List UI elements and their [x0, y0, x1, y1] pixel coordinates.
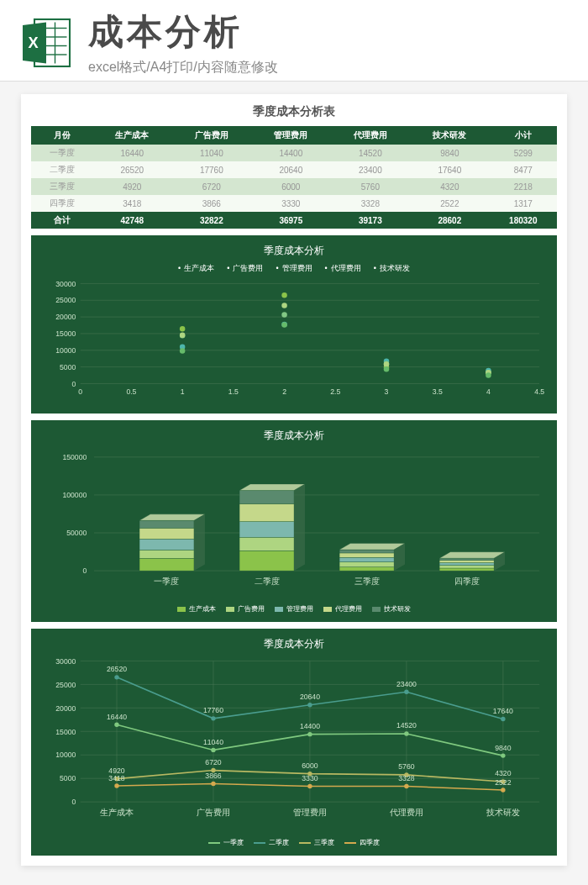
svg-text:25000: 25000	[55, 681, 76, 689]
svg-text:1.5: 1.5	[228, 387, 239, 396]
chart-title: 季度成本分析	[39, 244, 549, 258]
svg-text:17760: 17760	[203, 706, 223, 714]
total-cell: 39173	[331, 212, 411, 229]
svg-marker-66	[194, 514, 205, 571]
svg-text:26520: 26520	[107, 665, 127, 673]
svg-point-50	[384, 366, 389, 371]
svg-text:代理费用: 代理费用	[389, 808, 423, 817]
svg-text:3328: 3328	[398, 774, 414, 782]
svg-text:2: 2	[282, 387, 286, 396]
cell: 5299	[490, 145, 557, 161]
total-cell: 36975	[251, 212, 331, 229]
total-cell: 32822	[172, 212, 252, 229]
svg-text:一季度: 一季度	[155, 577, 180, 586]
col-header: 生产成本	[92, 126, 172, 145]
bar3d-plot: 050000100000150000一季度二季度三季度四季度	[39, 448, 549, 593]
svg-text:5000: 5000	[60, 774, 76, 782]
svg-rect-79	[339, 553, 394, 557]
banner-subtitle: excel格式/A4打印/内容随意修改	[88, 59, 571, 76]
svg-text:50000: 50000	[66, 529, 87, 537]
svg-point-32	[180, 326, 185, 331]
cell: 4320	[410, 178, 490, 195]
svg-rect-72	[239, 491, 294, 504]
svg-rect-77	[339, 562, 394, 567]
svg-rect-63	[139, 528, 194, 539]
sheet-title: 季度成本分析表	[31, 104, 557, 119]
cost-table: 月份生产成本广告费用管理费用代理费用技术研发小计 一季度164401104014…	[31, 126, 557, 229]
svg-point-150	[307, 784, 312, 788]
svg-marker-74	[294, 484, 305, 571]
svg-text:3.5: 3.5	[433, 387, 443, 396]
svg-text:15000: 15000	[55, 728, 76, 736]
svg-text:0.5: 0.5	[126, 387, 136, 396]
col-header: 代理费用	[331, 126, 411, 145]
svg-point-120	[307, 732, 312, 736]
svg-point-124	[501, 753, 505, 757]
svg-rect-84	[439, 568, 494, 571]
svg-rect-87	[439, 561, 494, 563]
cell: 一季度	[31, 145, 92, 161]
svg-point-44	[180, 333, 185, 338]
banner: X 成本分析 excel格式/A4打印/内容随意修改	[0, 0, 588, 82]
chart-title: 季度成本分析	[39, 429, 549, 443]
svg-text:0: 0	[82, 566, 87, 575]
svg-text:3418: 3418	[108, 774, 124, 782]
cell: 三季度	[31, 178, 92, 195]
svg-text:11040: 11040	[203, 738, 223, 746]
svg-text:5760: 5760	[398, 762, 414, 771]
svg-rect-71	[239, 503, 294, 521]
svg-text:6000: 6000	[302, 761, 318, 770]
svg-rect-60	[139, 558, 194, 571]
svg-marker-81	[339, 544, 405, 550]
cell: 二季度	[31, 161, 92, 178]
svg-text:15000: 15000	[55, 329, 76, 338]
svg-text:20000: 20000	[55, 313, 76, 321]
svg-marker-65	[139, 514, 205, 521]
svg-text:三季度: 三季度	[354, 577, 380, 586]
cell: 14520	[331, 145, 411, 161]
cell: 6720	[172, 178, 252, 195]
svg-text:X: X	[29, 34, 39, 50]
svg-text:管理费用: 管理费用	[293, 808, 327, 817]
total-cell: 合计	[31, 212, 92, 229]
svg-text:30000: 30000	[55, 657, 76, 666]
cell: 3418	[92, 195, 172, 212]
svg-text:14400: 14400	[300, 722, 320, 730]
svg-text:23400: 23400	[396, 680, 417, 688]
worksheet-page: 季度成本分析表 月份生产成本广告费用管理费用代理费用技术研发小计 一季度1644…	[21, 94, 567, 866]
svg-point-41	[281, 312, 286, 317]
svg-rect-61	[139, 550, 194, 558]
svg-rect-88	[439, 558, 494, 560]
svg-text:20640: 20640	[300, 693, 320, 701]
bar3d-legend: 生产成本广告费用管理费用代理费用技术研发	[39, 604, 549, 614]
svg-rect-70	[239, 522, 294, 538]
svg-point-148	[211, 782, 215, 786]
excel-icon: X	[17, 13, 76, 72]
svg-point-118	[211, 748, 215, 752]
svg-point-45	[281, 303, 286, 308]
svg-text:4.5: 4.5	[534, 387, 544, 396]
line-legend: 一季度二季度三季度四季度	[39, 838, 549, 847]
svg-marker-89	[439, 552, 505, 559]
cell: 3330	[251, 195, 331, 212]
cell: 23400	[331, 161, 411, 178]
svg-text:17640: 17640	[493, 707, 513, 715]
col-header: 技术研发	[410, 126, 490, 145]
cell: 6000	[251, 178, 331, 195]
cell: 4920	[92, 178, 172, 195]
cell: 2522	[410, 195, 490, 212]
line-chart: 季度成本分析 050001000015000200002500030000生产成…	[31, 629, 557, 856]
svg-text:10000: 10000	[55, 346, 76, 355]
cell: 1317	[490, 195, 557, 212]
col-header: 广告费用	[172, 126, 252, 145]
svg-text:二季度: 二季度	[255, 577, 280, 586]
svg-text:4320: 4320	[495, 769, 511, 777]
svg-text:0: 0	[78, 387, 82, 396]
svg-text:6720: 6720	[205, 758, 221, 766]
svg-rect-62	[139, 539, 194, 550]
cell: 8477	[490, 161, 557, 178]
svg-rect-68	[239, 550, 294, 571]
svg-point-122	[404, 731, 408, 735]
svg-text:25000: 25000	[55, 296, 76, 304]
banner-title: 成本分析	[88, 8, 571, 55]
